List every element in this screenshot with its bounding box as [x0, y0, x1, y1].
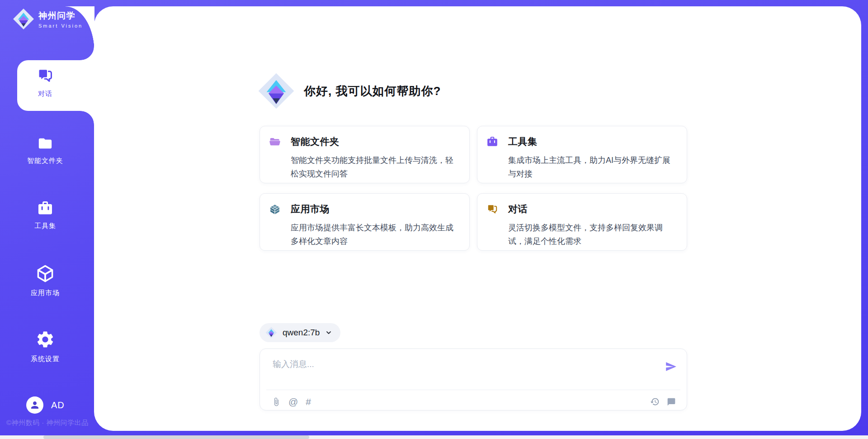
- greeting-block: 你好, 我可以如何帮助你?: [258, 72, 441, 110]
- sidebar-item-chat[interactable]: 对话: [0, 67, 90, 98]
- toolbox-icon: [37, 200, 54, 216]
- feature-card-smart-folder[interactable]: 智能文件夹 智能文件夹功能支持批量文件上传与清洗，轻松实现文件问答: [259, 126, 470, 183]
- cube-icon: [35, 263, 55, 283]
- feature-card-chat[interactable]: 对话 灵活切换多模型文件，支持多样回复效果调试，满足个性化需求: [477, 193, 687, 251]
- folder-open-icon: [269, 136, 281, 148]
- history-icon[interactable]: [650, 397, 660, 406]
- composer-tools-right: [650, 397, 676, 406]
- sidebar-item-label: 应用市场: [31, 289, 60, 297]
- card-description: 集成市场上主流工具，助力AI与外界无缝扩展与对接: [508, 153, 676, 181]
- card-title: 智能文件夹: [291, 135, 340, 148]
- card-title: 应用市场: [291, 203, 330, 215]
- tab-fillet-bottom: [80, 111, 94, 124]
- sidebar-item-toolbox[interactable]: 工具集: [0, 200, 90, 230]
- app-root: 神州问学 Smart Vision 对话 智能文件夹 工具集: [0, 0, 868, 439]
- chat-icon: [486, 203, 498, 215]
- composer-tools-left: @ #: [272, 397, 311, 407]
- main-panel: 你好, 我可以如何帮助你? 智能文件夹 智能文件夹功能支持批量文件上传与清洗，轻…: [94, 6, 861, 431]
- message-input[interactable]: [273, 357, 648, 372]
- avatar: [26, 396, 43, 414]
- feature-cards: 智能文件夹 智能文件夹功能支持批量文件上传与清洗，轻松实现文件问答 工具集 集成…: [259, 126, 687, 251]
- sidebar-item-smart-folder[interactable]: 智能文件夹: [0, 136, 90, 165]
- sidebar-item-label: 系统设置: [31, 355, 60, 363]
- toolbox-icon: [486, 136, 498, 148]
- model-selector[interactable]: qwen2:7b: [259, 323, 340, 342]
- chat-bubble-icon[interactable]: [667, 397, 676, 406]
- hashtag-icon[interactable]: #: [306, 397, 311, 407]
- sidebar-item-label: 工具集: [34, 222, 56, 230]
- folder-icon: [36, 136, 54, 151]
- sidebar-item-app-market[interactable]: 应用市场: [0, 263, 90, 297]
- chevron-down-icon: [325, 329, 332, 336]
- user-profile[interactable]: AD: [26, 396, 65, 414]
- sidebar-item-settings[interactable]: 系统设置: [0, 329, 90, 363]
- diamond-logo-icon: [13, 8, 34, 30]
- composer-divider: [266, 390, 680, 390]
- card-description: 灵活切换多模型文件，支持多样回复效果调试，满足个性化需求: [508, 221, 676, 248]
- copyright-text: ©神州数码 · 神州问学出品: [6, 419, 88, 427]
- horizontal-scrollbar-track[interactable]: [0, 435, 868, 439]
- mention-icon[interactable]: @: [288, 397, 298, 407]
- greeting-text: 你好, 我可以如何帮助你?: [304, 83, 441, 99]
- diamond-logo-icon: [258, 72, 295, 110]
- gear-icon: [35, 329, 55, 349]
- message-composer: @ #: [259, 348, 687, 410]
- cube-grid-icon: [269, 203, 281, 215]
- sidebar-item-label: 对话: [38, 90, 52, 98]
- panel-corner-swoosh: [66, 6, 94, 52]
- horizontal-scrollbar-thumb[interactable]: [43, 435, 309, 439]
- diamond-logo-icon: [265, 327, 277, 339]
- user-name: AD: [51, 400, 65, 410]
- card-description: 应用市场提供丰富长文本模板，助力高效生成多样化文章内容: [291, 221, 458, 248]
- card-title: 对话: [508, 203, 528, 215]
- chat-icon: [37, 67, 54, 84]
- attach-icon[interactable]: [272, 397, 281, 406]
- feature-card-toolbox[interactable]: 工具集 集成市场上主流工具，助力AI与外界无缝扩展与对接: [477, 126, 687, 183]
- card-title: 工具集: [508, 135, 538, 148]
- sidebar-item-label: 智能文件夹: [27, 157, 63, 165]
- feature-card-app-market[interactable]: 应用市场 应用市场提供丰富长文本模板，助力高效生成多样化文章内容: [259, 193, 470, 251]
- person-icon: [29, 400, 40, 410]
- card-description: 智能文件夹功能支持批量文件上传与清洗，轻松实现文件问答: [291, 153, 458, 181]
- send-icon[interactable]: [665, 361, 677, 372]
- model-name: qwen2:7b: [283, 328, 320, 338]
